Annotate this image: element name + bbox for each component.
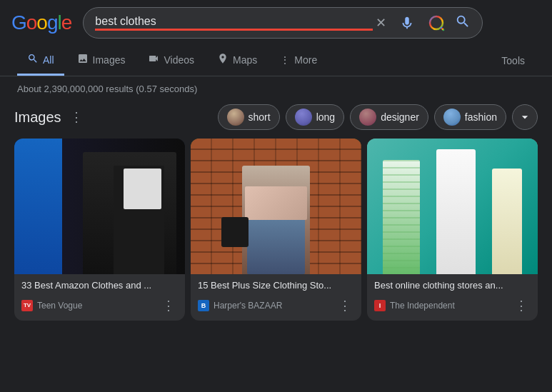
images-header: Images ⋮ short long designer — [14, 104, 538, 130]
expand-chips-button[interactable] — [512, 104, 538, 130]
results-count-text: About 2,390,000,000 results (0.57 second… — [17, 84, 197, 94]
source-name-2: Harper's BAZAAR — [214, 301, 331, 311]
caption-source-3: I The Independent ⋮ — [374, 296, 531, 318]
chip-designer-avatar — [359, 109, 376, 126]
chip-short-label: short — [249, 111, 271, 123]
caption-source-2: B Harper's BAZAAR ⋮ — [198, 296, 354, 318]
tab-images-label: Images — [93, 54, 126, 66]
chip-short-avatar — [227, 109, 244, 126]
image-card-2[interactable]: 15 Best Plus Size Clothing Sto... B Harp… — [191, 139, 361, 321]
more-options-3[interactable]: ⋮ — [512, 296, 531, 315]
chip-designer-label: designer — [381, 111, 419, 123]
tab-videos[interactable]: Videos — [138, 46, 204, 76]
images-icon — [77, 53, 89, 66]
tools-button[interactable]: Tools — [491, 48, 535, 74]
caption-title-1: 33 Best Amazon Clothes and ... — [21, 280, 178, 292]
filter-chips: short long designer fashion — [218, 104, 538, 130]
favicon-teen-vogue: TV — [21, 300, 33, 311]
tab-more-label: More — [294, 54, 317, 66]
tab-videos-label: Videos — [164, 54, 194, 66]
tab-all[interactable]: All — [17, 46, 64, 76]
chip-long-avatar — [295, 109, 312, 126]
chip-fashion[interactable]: fashion — [434, 104, 506, 130]
image-grid: 33 Best Amazon Clothes and ... TV Teen V… — [14, 139, 538, 321]
image-caption-1: 33 Best Amazon Clothes and ... TV Teen V… — [14, 274, 185, 321]
caption-title-3: Best online clothing stores an... — [374, 280, 531, 292]
source-name-1: Teen Vogue — [37, 301, 155, 311]
source-name-3: The Independent — [390, 301, 508, 311]
image-card-3[interactable]: Best online clothing stores an... I The … — [367, 139, 538, 321]
images-title: Images — [14, 109, 61, 126]
voice-search-button[interactable] — [396, 12, 418, 34]
maps-icon — [217, 53, 229, 66]
chip-fashion-avatar — [443, 109, 461, 126]
image-thumb-2 — [191, 139, 361, 274]
chip-long-label: long — [316, 111, 335, 123]
image-thumb-3 — [367, 139, 538, 274]
search-icons: ✕ — [373, 11, 471, 34]
image-thumb-1 — [14, 139, 185, 274]
lens-search-button[interactable] — [425, 11, 448, 34]
caption-source-1: TV Teen Vogue ⋮ — [21, 296, 178, 318]
clear-button[interactable]: ✕ — [373, 12, 389, 34]
results-count: About 2,390,000,000 results (0.57 second… — [0, 76, 552, 101]
images-menu-icon[interactable]: ⋮ — [70, 109, 83, 125]
tab-more[interactable]: ⋮ More — [270, 47, 327, 75]
more-dots-icon: ⋮ — [280, 54, 290, 66]
nav-tabs: All Images Videos Maps ⋮ More Tools — [0, 46, 552, 76]
videos-icon — [148, 53, 159, 66]
tab-maps[interactable]: Maps — [207, 46, 267, 76]
figures-wrapper — [367, 149, 538, 274]
all-icon — [27, 53, 39, 66]
favicon-harpers: B — [198, 300, 209, 311]
caption-title-2: 15 Best Plus Size Clothing Sto... — [198, 280, 354, 292]
more-options-2[interactable]: ⋮ — [336, 296, 354, 315]
search-button[interactable] — [455, 14, 471, 33]
search-bar: best clothes ✕ — [83, 7, 483, 39]
chip-designer[interactable]: designer — [350, 104, 428, 130]
image-caption-3: Best online clothing stores an... I The … — [367, 274, 538, 321]
google-logo[interactable]: Google — [11, 11, 71, 34]
search-input[interactable]: best clothes — [95, 15, 373, 28]
favicon-independent: I — [374, 300, 386, 311]
more-options-1[interactable]: ⋮ — [159, 296, 178, 315]
header: Google best clothes ✕ — [0, 0, 552, 46]
chip-long[interactable]: long — [286, 104, 344, 130]
image-card-1[interactable]: 33 Best Amazon Clothes and ... TV Teen V… — [14, 139, 185, 321]
images-section: Images ⋮ short long designer — [0, 101, 552, 323]
tab-images[interactable]: Images — [67, 46, 136, 76]
search-input-wrapper: best clothes — [95, 15, 373, 31]
chip-fashion-label: fashion — [465, 111, 497, 123]
tab-all-label: All — [43, 54, 54, 66]
image-caption-2: 15 Best Plus Size Clothing Sto... B Harp… — [191, 274, 361, 321]
search-underline — [95, 29, 373, 31]
chip-short[interactable]: short — [218, 104, 280, 130]
tab-maps-label: Maps — [233, 54, 257, 66]
